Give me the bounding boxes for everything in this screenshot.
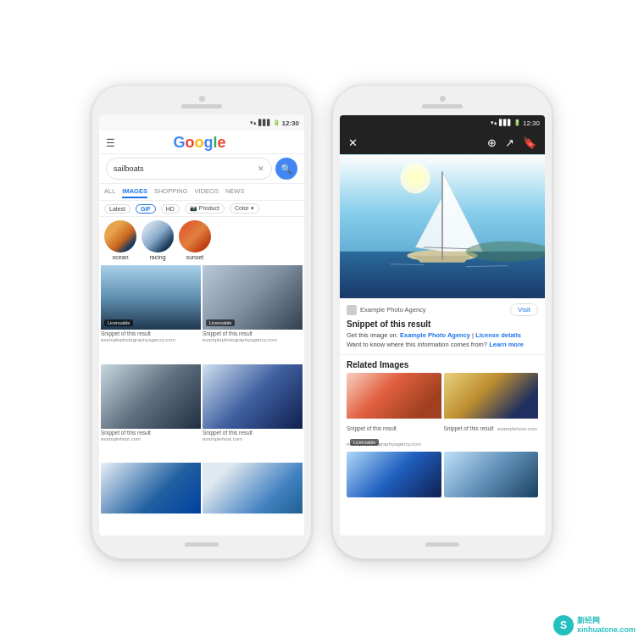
snippet-link-license[interactable]: License details <box>475 331 521 339</box>
licensable-badge-2: Licensable <box>206 319 235 326</box>
related-img-3 <box>347 452 441 497</box>
bookmark-icon[interactable]: 🔖 <box>523 136 536 149</box>
snippet-title: Snippet of this result <box>347 319 538 329</box>
search-clear-icon[interactable]: ✕ <box>258 164 264 173</box>
filter-product[interactable]: 📷 Product <box>185 203 225 214</box>
grid-domain-4: examplehost.com <box>203 436 303 441</box>
grid-caption-2: Snippet of this result <box>203 330 303 337</box>
chip-ocean-img <box>104 220 136 253</box>
related-domain-2: examplehost.com <box>497 426 537 431</box>
related-cell-4[interactable] <box>444 452 539 497</box>
tab-videos[interactable]: VIDEOS <box>195 186 219 198</box>
grid-caption-3: Snippet of this result <box>101 429 201 436</box>
hamburger-icon[interactable]: ☰ <box>106 137 115 149</box>
filter-color[interactable]: Color ▾ <box>230 203 259 214</box>
snippet-line2: Want to know where this information come… <box>347 341 538 350</box>
battery-icon: 🔋 <box>273 119 280 126</box>
grid-item-4[interactable]: Snippet of this result examplehost.com <box>203 364 303 462</box>
grid-item-3[interactable]: Snippet of this result examplehost.com <box>101 364 201 462</box>
left-phone-bottom <box>185 542 219 547</box>
left-status-bar: ▾▴ ▋▋▋ 🔋 12:30 <box>99 115 304 130</box>
share-icon[interactable]: ↗ <box>505 136 514 149</box>
left-phone: ▾▴ ▋▋▋ 🔋 12:30 ☰ Google sailboats ✕ <box>92 85 312 559</box>
grid-cell-6 <box>203 463 303 514</box>
search-button[interactable]: 🔍 <box>275 158 297 180</box>
source-info: Example Photo Agency <box>347 305 426 315</box>
left-phone-speaker <box>181 104 222 108</box>
related-img-2 <box>444 373 539 419</box>
right-time: 12:30 <box>523 119 540 127</box>
related-img-1: Licensable <box>347 373 441 419</box>
tab-all[interactable]: ALL <box>104 186 115 198</box>
left-status-icons: ▾▴ ▋▋▋ 🔋 <box>250 119 280 126</box>
right-phone-bottom <box>425 542 459 547</box>
watermark-icon: S <box>553 615 574 636</box>
snippet-link-agency[interactable]: Example Photo Agency <box>400 331 470 339</box>
related-caption-2: Snippet of this result <box>444 425 494 432</box>
right-phone-top <box>340 96 545 112</box>
visit-button[interactable]: Visit <box>510 303 538 316</box>
tab-news[interactable]: NEWS <box>225 186 245 198</box>
right-status-icons: ▾▴ ▋▋▋ 🔋 <box>491 119 521 126</box>
watermark-letter: S <box>560 619 567 631</box>
snippet-header: Example Photo Agency Visit <box>347 303 538 316</box>
related-licensable-1: Licensable <box>350 439 379 446</box>
grid-item-5[interactable] <box>101 463 201 534</box>
left-phone-camera <box>199 96 205 102</box>
tab-images[interactable]: IMAGES <box>122 186 147 198</box>
search-icon: 🔍 <box>280 164 292 175</box>
right-top-actions: ✕ ⊕ ↗ 🔖 <box>340 130 545 154</box>
filter-latest[interactable]: Latest <box>104 204 130 214</box>
watermark-text-block: 新经网 xinhuatone.com <box>577 616 636 635</box>
grid-item-6[interactable] <box>203 463 303 534</box>
snippet-link-learn[interactable]: Learn more <box>489 341 524 348</box>
chip-sunset-img <box>179 220 211 253</box>
filter-gif[interactable]: GIF <box>136 204 156 214</box>
right-status-bar: ▾▴ ▋▋▋ 🔋 12:30 <box>340 115 545 130</box>
grid-cell-4 <box>203 364 303 429</box>
left-tabs-row: ALL IMAGES SHOPPING VIDEOS NEWS <box>99 184 304 201</box>
close-icon[interactable]: ✕ <box>348 136 358 149</box>
right-phone: ▾▴ ▋▋▋ 🔋 12:30 ✕ ⊕ ↗ 🔖 <box>332 85 552 559</box>
related-cell-2[interactable]: Snippet of this result examplehost.com <box>444 373 539 449</box>
search-input-box[interactable]: sailboats ✕ <box>106 158 272 180</box>
svg-point-9 <box>407 170 424 187</box>
chip-racing-img <box>142 220 174 253</box>
search-chip-sunset[interactable]: sunset <box>179 220 211 260</box>
related-images-title: Related Images <box>347 360 538 369</box>
main-sailboat-image <box>340 154 545 298</box>
scene: ▾▴ ▋▋▋ 🔋 12:30 ☰ Google sailboats ✕ <box>75 68 569 576</box>
grid-cell-5 <box>101 463 201 514</box>
right-signal-icon: ▋▋▋ <box>499 119 512 126</box>
watermark-line2: xinhuatone.com <box>577 625 636 635</box>
signal-icon: ▋▋▋ <box>258 119 271 126</box>
grid-item-1[interactable]: Licensable Snippet of this result exampl… <box>101 265 201 363</box>
related-cell-1[interactable]: Licensable Snippet of this result exampl… <box>347 373 441 449</box>
left-search-bar: sailboats ✕ 🔍 <box>99 154 304 184</box>
chip-ocean-label: ocean <box>112 254 128 260</box>
google-logo: Google <box>173 134 225 152</box>
watermark-line1: 新经网 <box>577 616 636 625</box>
search-chip-ocean[interactable]: ocean <box>104 220 136 260</box>
related-searches-row: ocean racing sunset <box>99 217 304 264</box>
related-cell-3[interactable] <box>347 452 441 497</box>
lens-icon[interactable]: ⊕ <box>487 136 497 149</box>
chip-sunset-label: sunset <box>186 254 204 260</box>
tab-shopping[interactable]: SHOPPING <box>154 186 188 198</box>
right-action-icons-group: ⊕ ↗ 🔖 <box>487 136 536 149</box>
source-favicon <box>347 305 357 315</box>
right-phone-camera <box>440 96 446 102</box>
left-filters-row: Latest GIF HD 📷 Product Color ▾ <box>99 201 304 217</box>
grid-item-2[interactable]: Licensable Snippet of this result exampl… <box>203 265 303 363</box>
left-search-header: ☰ Google <box>99 130 304 154</box>
grid-cell-3 <box>101 364 201 429</box>
left-image-grid: Licensable Snippet of this result exampl… <box>99 264 304 536</box>
right-battery-icon: 🔋 <box>514 119 521 126</box>
source-name: Example Photo Agency <box>360 306 426 314</box>
left-time: 12:30 <box>282 119 299 127</box>
search-chip-racing[interactable]: racing <box>142 220 174 260</box>
filter-hd[interactable]: HD <box>161 204 180 214</box>
grid-domain-3: examplehost.com <box>101 436 201 441</box>
related-caption-1: Snippet of this result <box>347 425 397 432</box>
related-img-4 <box>444 452 539 497</box>
